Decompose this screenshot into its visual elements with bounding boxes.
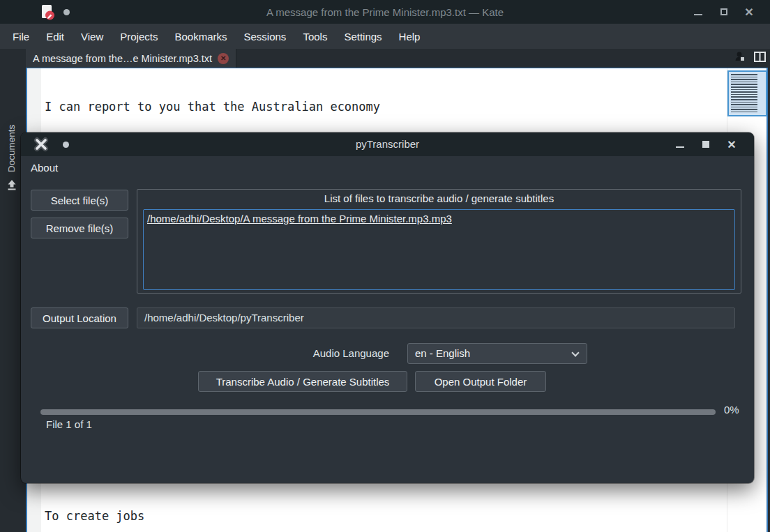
desktop: A message from the Prime Minister.mp3.tx… bbox=[0, 0, 770, 532]
file-list-group-label: List of files to transcribe audio / gene… bbox=[137, 192, 741, 204]
file-counter-label: File 1 of 1 bbox=[46, 418, 92, 430]
document-tab-label: A message from the…e Minister.mp3.txt bbox=[33, 53, 212, 64]
menu-sessions[interactable]: Sessions bbox=[236, 26, 295, 47]
menu-view[interactable]: View bbox=[73, 26, 112, 47]
pytranscriber-minimize-button[interactable] bbox=[670, 132, 690, 156]
audio-language-label: Audio Language bbox=[250, 343, 389, 364]
split-view-icon[interactable] bbox=[754, 52, 766, 65]
menu-help[interactable]: Help bbox=[391, 26, 429, 47]
menu-file[interactable]: File bbox=[4, 26, 38, 47]
editor-line: I can report to you that the Australian … bbox=[45, 100, 466, 114]
kate-close-button[interactable]: ✕ bbox=[739, 0, 760, 24]
menu-projects[interactable]: Projects bbox=[112, 26, 166, 47]
audio-language-value: en - English bbox=[415, 347, 470, 359]
transcribe-button[interactable]: Transcribe Audio / Generate Subtitles bbox=[198, 371, 407, 392]
file-list-group: List of files to transcribe audio / gene… bbox=[137, 189, 741, 294]
external-tools-icon[interactable] bbox=[6, 179, 17, 194]
file-list-item[interactable]: /home/adhi/Desktop/A message from the Pr… bbox=[144, 210, 734, 227]
kate-window-title: A message from the Prime Minister.mp3.tx… bbox=[0, 6, 770, 18]
editor-minimap[interactable] bbox=[727, 70, 767, 116]
editor-text-bottom: To create jobs To support families And t… bbox=[45, 480, 273, 532]
menu-tools[interactable]: Tools bbox=[294, 26, 335, 47]
remove-files-button[interactable]: Remove file(s) bbox=[31, 218, 128, 238]
tabbar-tools bbox=[734, 49, 766, 68]
document-tab[interactable]: A message from the…e Minister.mp3.txt ✕ bbox=[26, 49, 236, 68]
kate-maximize-button[interactable] bbox=[714, 0, 734, 24]
pytranscriber-maximize-button[interactable] bbox=[695, 132, 716, 156]
sidebar-documents-toolview[interactable]: Documents bbox=[6, 68, 17, 172]
pytranscriber-dot bbox=[63, 142, 69, 148]
pytranscriber-window-title: pyTranscriber bbox=[21, 132, 754, 156]
document-switcher-icon[interactable] bbox=[734, 51, 746, 66]
chevron-down-icon bbox=[571, 349, 579, 356]
pytranscriber-menubar: About bbox=[21, 156, 754, 178]
tab-close-icon[interactable]: ✕ bbox=[218, 53, 229, 64]
output-location-button[interactable]: Output Location bbox=[31, 307, 128, 328]
pytranscriber-app-icon bbox=[33, 137, 49, 155]
kate-tabbar: A message from the…e Minister.mp3.txt ✕ bbox=[0, 49, 770, 68]
menu-edit[interactable]: Edit bbox=[38, 26, 73, 47]
progress-percent: 0% bbox=[724, 404, 739, 416]
pytranscriber-close-button[interactable]: ✕ bbox=[721, 132, 742, 156]
pytranscriber-titlebar: pyTranscriber ✕ bbox=[21, 132, 754, 156]
file-list[interactable]: /home/adhi/Desktop/A message from the Pr… bbox=[143, 209, 735, 290]
output-location-field[interactable]: /home/adhi/Desktop/pyTranscriber bbox=[137, 307, 735, 328]
kate-titlebar: A message from the Prime Minister.mp3.tx… bbox=[0, 0, 770, 24]
kate-modified-dot bbox=[63, 9, 70, 15]
open-output-folder-button[interactable]: Open Output Folder bbox=[415, 371, 546, 392]
pytranscriber-window: pyTranscriber ✕ About Select file(s) Rem… bbox=[21, 132, 754, 483]
kate-app-icon bbox=[39, 3, 56, 24]
kate-minimize-button[interactable] bbox=[688, 0, 709, 24]
menu-settings[interactable]: Settings bbox=[335, 26, 390, 47]
minimap-text-lines bbox=[731, 74, 757, 113]
kate-menubar: File Edit View Projects Bookmarks Sessio… bbox=[0, 24, 770, 49]
select-files-button[interactable]: Select file(s) bbox=[31, 190, 128, 211]
progress-bar bbox=[40, 409, 716, 415]
editor-line: To create jobs bbox=[45, 509, 273, 524]
menu-bookmarks[interactable]: Bookmarks bbox=[166, 26, 235, 47]
menu-about[interactable]: About bbox=[21, 158, 68, 177]
audio-language-select[interactable]: en - English bbox=[407, 343, 587, 364]
